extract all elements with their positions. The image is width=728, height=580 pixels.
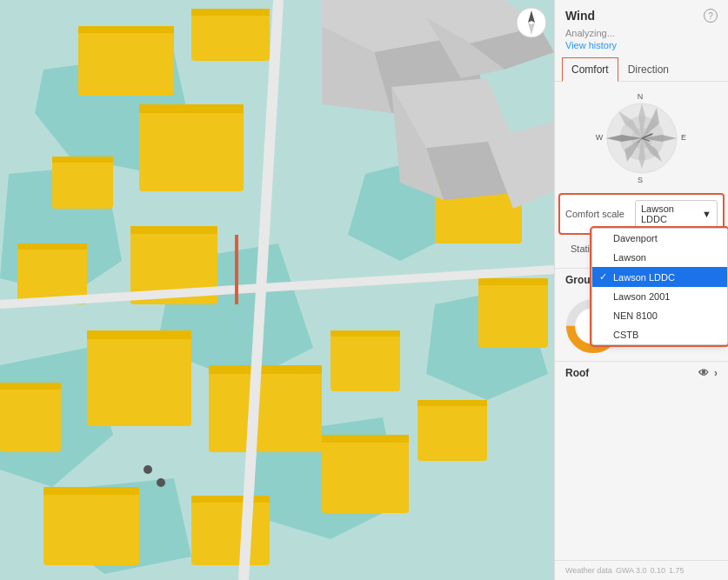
svg-rect-14	[139, 104, 244, 191]
svg-rect-30	[43, 487, 139, 565]
svg-rect-25	[0, 383, 61, 390]
dropdown-selected-value: Lawson LDDC	[641, 203, 702, 224]
view-history-link[interactable]: View history	[555, 40, 728, 57]
map-compass-button[interactable]	[516, 7, 547, 41]
panel-header: Wind ?	[555, 0, 728, 26]
svg-rect-40	[478, 278, 548, 348]
svg-rect-22	[87, 330, 191, 426]
dropdown-item-label: CSTB	[613, 330, 638, 340]
comfort-scale-dropdown-menu: Davenport Lawson ✓ Lawson LDDC Lawson 20…	[591, 228, 728, 345]
svg-rect-11	[78, 26, 174, 33]
svg-rect-21	[130, 226, 217, 234]
roof-expand-icon[interactable]: ›	[714, 367, 718, 379]
dropdown-item-davenport[interactable]: Davenport	[592, 229, 727, 248]
dropdown-item-label: Lawson LDDC	[613, 272, 675, 283]
wind-rose-area: N E S W	[555, 82, 728, 195]
dropdown-item-lawson-lddc[interactable]: ✓ Lawson LDDC	[592, 267, 727, 287]
footer-item-1: GWA 3.0	[616, 566, 647, 575]
weather-data-label: Weather data	[565, 566, 612, 575]
svg-rect-12	[191, 9, 270, 61]
comfort-scale-dropdown-wrapper: Lawson LDDC ▼ Davenport Lawson ✓ Lawson …	[635, 200, 718, 228]
svg-rect-24	[0, 383, 61, 452]
roof-section-icons: 👁 ›	[698, 367, 718, 379]
svg-rect-41	[478, 278, 548, 285]
dropdown-item-nen8100[interactable]: NEN 8100	[592, 306, 727, 325]
svg-rect-28	[331, 330, 400, 391]
dropdown-item-label: Lawson 2001	[613, 291, 670, 302]
dropdown-item-label: NEN 8100	[613, 310, 658, 321]
footer-item-3: 1.75	[669, 566, 685, 575]
dropdown-item-lawson[interactable]: Lawson	[592, 248, 727, 267]
svg-text:N: N	[637, 92, 643, 101]
svg-rect-33	[191, 496, 270, 503]
svg-rect-17	[52, 157, 113, 163]
tab-direction[interactable]: Direction	[618, 57, 678, 82]
svg-rect-32	[191, 496, 270, 565]
analyzing-text: Analyzing...	[555, 26, 728, 40]
comfort-scale-row: Comfort scale Lawson LDDC ▼ Davenport La…	[560, 195, 723, 233]
roof-section-title: Roof	[565, 367, 589, 379]
svg-point-54	[144, 465, 152, 474]
panel-footer: Weather data GWA 3.0 0.10 1.75	[555, 560, 728, 580]
tabs-row: Comfort Direction	[555, 57, 728, 82]
svg-rect-13	[191, 9, 270, 16]
check-icon-lawson-lddc: ✓	[599, 271, 610, 283]
map-area[interactable]	[0, 0, 554, 580]
svg-rect-35	[322, 435, 409, 443]
svg-text:S: S	[637, 176, 642, 184]
wind-rose-chart: N E S W	[594, 90, 690, 186]
help-icon[interactable]: ?	[704, 9, 718, 23]
svg-rect-31	[43, 487, 139, 495]
dropdown-item-label: Davenport	[613, 233, 658, 243]
svg-rect-19	[17, 243, 87, 250]
dropdown-chevron-icon: ▼	[702, 209, 711, 219]
svg-text:E: E	[680, 133, 685, 142]
svg-rect-34	[322, 435, 409, 513]
svg-rect-10	[78, 26, 174, 96]
right-panel: Wind ? Analyzing... View history Comfort…	[554, 0, 728, 580]
dropdown-item-label: Lawson	[613, 252, 646, 263]
dropdown-item-cstb[interactable]: CSTB	[592, 325, 727, 344]
svg-rect-16	[52, 157, 113, 209]
footer-item-2: 0.10	[651, 566, 666, 575]
svg-rect-27	[209, 365, 322, 374]
svg-rect-29	[331, 330, 400, 337]
panel-title: Wind	[565, 9, 595, 23]
roof-section-header: Roof 👁 ›	[555, 361, 728, 384]
svg-rect-15	[139, 104, 244, 113]
svg-point-55	[157, 478, 165, 487]
comfort-scale-label: Comfort scale	[565, 209, 635, 219]
tab-comfort[interactable]: Comfort	[562, 57, 618, 82]
svg-rect-56	[235, 235, 238, 304]
svg-rect-37	[417, 400, 487, 406]
svg-rect-26	[209, 365, 322, 452]
svg-text:W: W	[595, 133, 603, 142]
svg-rect-23	[87, 330, 191, 339]
svg-rect-36	[417, 400, 487, 461]
roof-visibility-icon[interactable]: 👁	[698, 367, 709, 379]
comfort-scale-dropdown[interactable]: Lawson LDDC ▼	[635, 200, 718, 228]
dropdown-item-lawson-2001[interactable]: Lawson 2001	[592, 287, 727, 306]
